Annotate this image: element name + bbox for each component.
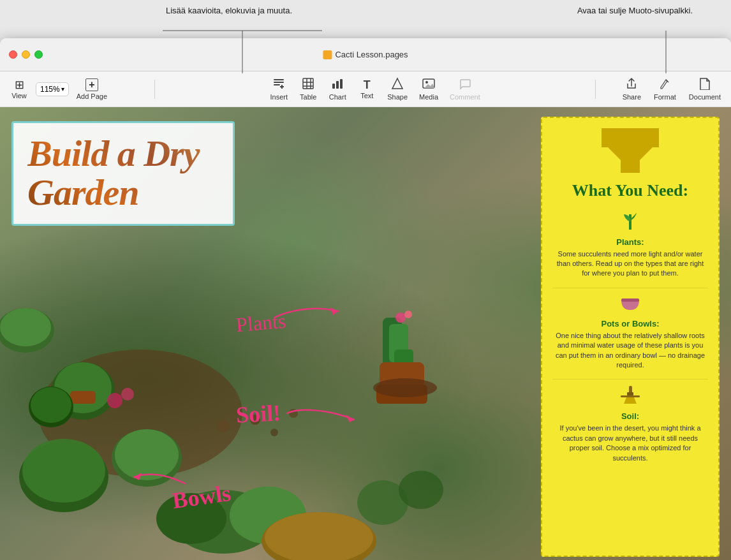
soil-section-title: Soil:	[552, 411, 708, 421]
toolbar: ⊞ View 115% ▾ + Add Page	[0, 71, 731, 107]
format-tooltip: Avaa tai sulje Muoto-sivupalkki.	[577, 5, 693, 17]
svg-marker-16	[392, 78, 402, 89]
view-button[interactable]: ⊞ View	[5, 77, 33, 102]
pots-section-title: Pots or Bowls:	[552, 319, 708, 328]
minimize-button[interactable]	[22, 50, 30, 59]
document-area: Build a DryGarden What You Need:	[0, 107, 731, 560]
soil-icon	[552, 386, 708, 409]
chart-icon	[331, 77, 344, 92]
text-button[interactable]: T Text	[353, 77, 381, 102]
svg-marker-54	[608, 147, 653, 170]
svg-marker-19	[424, 84, 434, 88]
close-button[interactable]	[9, 50, 17, 59]
plant-icon	[621, 208, 639, 231]
window-title: Cacti Lesson.pages	[323, 50, 408, 59]
svg-rect-59	[627, 392, 633, 395]
text-icon: T	[364, 79, 371, 91]
toolbar-center: Insert Table	[158, 75, 593, 103]
soil-section-text: If you've been in the desert, you might …	[552, 424, 708, 463]
insert-icon	[272, 77, 285, 92]
toolbar-left: ⊞ View 115% ▾ + Add Page	[5, 76, 152, 103]
pots-section-text: One nice thing about the relatively shal…	[552, 331, 708, 371]
traffic-lights	[9, 50, 43, 59]
svg-rect-13	[332, 84, 335, 89]
document-button[interactable]: Document	[684, 75, 726, 103]
shovel-icon	[617, 386, 643, 405]
format-button[interactable]: Format	[649, 75, 681, 103]
soil-section: Soil: If you've been in the desert, you …	[552, 386, 708, 463]
toolbar-divider-2	[595, 80, 596, 99]
info-panel[interactable]: What You Need: Plants: Some succulents n…	[541, 117, 720, 557]
section-divider-2	[552, 379, 708, 379]
svg-rect-58	[621, 395, 640, 397]
document-title: Build a DryGarden	[27, 135, 219, 212]
panel-title: What You Need:	[552, 182, 708, 200]
plants-section-text: Some succulents need more light and/or w…	[552, 249, 708, 279]
comment-icon	[459, 77, 471, 92]
panel-arrow	[552, 128, 708, 175]
svg-rect-3	[274, 79, 284, 80]
share-icon	[625, 77, 638, 92]
pots-icon	[552, 295, 708, 316]
toolbar-right: Share Format	[598, 75, 726, 103]
add-page-icon: +	[85, 78, 98, 91]
svg-point-18	[425, 81, 428, 84]
comment-button[interactable]: Comment	[445, 75, 485, 103]
zoom-control[interactable]: 115% ▾	[36, 82, 69, 96]
bowl-icon	[619, 295, 642, 313]
svg-rect-15	[340, 79, 343, 89]
svg-rect-14	[336, 81, 339, 89]
toolbar-divider-1	[154, 80, 155, 99]
plants-section: Plants: Some succulents need more light …	[552, 208, 708, 279]
svg-rect-8	[303, 78, 313, 89]
pages-icon	[323, 50, 332, 59]
media-icon	[422, 77, 435, 92]
document-title-box[interactable]: Build a DryGarden	[11, 121, 235, 226]
pots-section: Pots or Bowls: One nice thing about the …	[552, 295, 708, 371]
svg-rect-4	[274, 82, 284, 83]
shape-icon	[391, 77, 404, 92]
table-button[interactable]: Table	[294, 75, 322, 103]
titlebar: Cacti Lesson.pages	[0, 38, 731, 71]
document-icon	[699, 77, 711, 92]
view-icon: ⊞	[15, 79, 24, 91]
chevron-down-icon: ▾	[61, 85, 64, 92]
fullscreen-button[interactable]	[34, 50, 43, 59]
format-icon	[658, 77, 671, 92]
media-button[interactable]: Media	[414, 75, 443, 103]
share-button[interactable]: Share	[617, 75, 646, 103]
plants-section-title: Plants:	[552, 237, 708, 247]
pages-window: Cacti Lesson.pages ⊞ View 115% ▾ + Add P…	[0, 38, 731, 560]
shape-button[interactable]: Shape	[382, 75, 413, 103]
chart-button[interactable]: Chart	[323, 75, 351, 103]
svg-rect-56	[621, 298, 639, 302]
add-page-button[interactable]: + Add Page	[71, 76, 112, 103]
down-arrow-icon	[602, 128, 659, 173]
insert-button[interactable]: Insert	[265, 75, 293, 103]
table-icon	[302, 77, 314, 92]
svg-rect-5	[274, 84, 280, 85]
section-divider-1	[552, 288, 708, 288]
insert-tooltip: Lisää kaavioita, elokuvia ja muuta.	[166, 5, 292, 17]
plants-icon	[552, 208, 708, 235]
